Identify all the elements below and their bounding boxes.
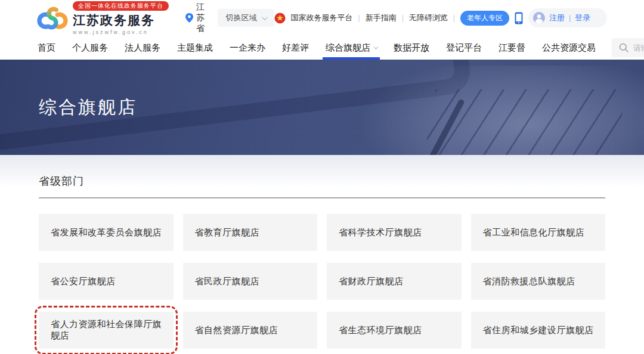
nav-item-label: 江要督 <box>499 42 525 54</box>
link-national-platform[interactable]: 国家政务服务平台 <box>291 13 353 23</box>
separator: | <box>358 14 360 22</box>
departments-section: 省级部门 省发展和改革委员会旗舰店 省教育厅旗舰店 省科学技术厅旗舰店 省工业和… <box>0 155 644 349</box>
section-divider <box>39 197 605 198</box>
department-card[interactable]: 省发展和改革委员会旗舰店 <box>39 214 174 251</box>
nav-item-personal-services[interactable]: 个人服务 <box>72 36 109 60</box>
site-url: www.jszwfw.gov.cn <box>73 29 148 35</box>
page-title: 综合旗舰店 <box>39 95 137 120</box>
header-links: 国家政务服务平台 | 新手指南 | 无障碍浏览 | 老年人专区 注册 | 登录 <box>274 8 608 27</box>
nav-item-flagship-stores[interactable]: 综合旗舰店 <box>325 36 377 60</box>
department-card[interactable]: 省教育厅旗舰店 <box>183 214 318 251</box>
nav-item-feedback[interactable]: 好差评 <box>281 36 309 60</box>
login-link[interactable]: 登录 <box>575 13 590 23</box>
user-avatar-icon <box>533 12 545 24</box>
nav-item-label: 好差评 <box>282 42 309 54</box>
department-card[interactable]: 省科学技术厅旗舰店 <box>327 214 462 251</box>
section-title: 省级部门 <box>39 174 605 188</box>
page: 全国一体化在线政务服务平台 江苏政务服务 www.jszwfw.gov.cn 江… <box>0 0 644 354</box>
elderly-zone-badge[interactable]: 老年人专区 <box>460 11 509 26</box>
platform-badge: 全国一体化在线政务服务平台 <box>73 1 169 11</box>
switch-region-button[interactable]: 切换区域 <box>218 9 274 27</box>
location-label: 江苏省 <box>196 2 207 34</box>
chevron-down-icon <box>261 14 267 20</box>
chevron-down-icon <box>373 44 378 49</box>
nav-item-label: 首页 <box>38 42 55 54</box>
nav-item-registration-platform[interactable]: 登记平台 <box>445 36 482 60</box>
nav-item-open-data[interactable]: 数据开放 <box>393 36 430 60</box>
nav-item-theme-integration[interactable]: 主题集成 <box>177 36 213 60</box>
nav-item-public-resources[interactable]: 公共资源交易 <box>541 36 596 60</box>
site-name: 江苏政务服务 <box>73 12 155 29</box>
site-header: 全国一体化在线政务服务平台 江苏政务服务 www.jszwfw.gov.cn 江… <box>0 0 644 36</box>
link-accessibility[interactable]: 无障碍浏览 <box>409 13 448 23</box>
search-box[interactable] <box>612 38 644 57</box>
main-nav: 首页 个人服务 法人服务 主题集成 一企来办 好差评 综合旗舰店 数据开放 登记… <box>0 36 644 60</box>
department-card[interactable]: 省公安厅旗舰店 <box>39 263 174 300</box>
nav-item-label: 主题集成 <box>177 42 213 54</box>
nav-item-label: 公共资源交易 <box>542 42 596 54</box>
link-beginner-guide[interactable]: 新手指南 <box>366 13 397 23</box>
department-card[interactable]: 省消防救援总队旗舰店 <box>471 263 606 300</box>
mobile-phone-icon[interactable] <box>515 12 523 24</box>
nav-item-label: 法人服务 <box>125 42 160 54</box>
nav-item-home[interactable]: 首页 <box>37 36 56 60</box>
department-card[interactable]: 省自然资源厅旗舰店 <box>183 312 318 349</box>
department-card[interactable]: 省工业和信息化厅旗舰店 <box>471 214 606 251</box>
department-card[interactable]: 省财政厅旗舰店 <box>327 263 462 300</box>
national-emblem-icon <box>274 13 286 24</box>
hero-banner: 综合旗舰店 <box>0 60 644 155</box>
department-card[interactable]: 省生态环境厅旗舰店 <box>327 312 462 349</box>
department-card[interactable]: 省住房和城乡建设厅旗舰店 <box>471 312 606 349</box>
separator: | <box>402 14 404 22</box>
nav-item-label: 综合旗舰店 <box>326 42 370 54</box>
department-card-highlighted[interactable]: 省人力资源和社会保障厅旗舰店 <box>39 312 174 349</box>
separator: | <box>569 14 571 22</box>
auth-area: 注册 | 登录 <box>528 8 607 27</box>
site-logo-icon <box>37 5 68 32</box>
department-card[interactable]: 省民政厅旗舰店 <box>183 263 318 300</box>
separator: | <box>453 14 455 22</box>
department-grid: 省发展和改革委员会旗舰店 省教育厅旗舰店 省科学技术厅旗舰店 省工业和信息化厅旗… <box>39 214 605 349</box>
nav-item-label: 一企来办 <box>230 42 265 54</box>
site-title-block: 全国一体化在线政务服务平台 江苏政务服务 www.jszwfw.gov.cn <box>73 1 169 35</box>
nav-item-legal-services[interactable]: 法人服务 <box>124 36 161 60</box>
nav-item-jiangyaodu[interactable]: 江要督 <box>498 36 526 60</box>
register-link[interactable]: 注册 <box>549 13 565 23</box>
nav-item-label: 登记平台 <box>446 42 482 54</box>
nav-item-enterprise[interactable]: 一企来办 <box>229 36 266 60</box>
switch-region-label: 切换区域 <box>226 13 257 23</box>
search-icon <box>619 43 628 52</box>
nav-item-label: 个人服务 <box>72 42 108 54</box>
search-input[interactable] <box>633 44 644 52</box>
location-indicator[interactable]: 江苏省 <box>185 2 207 34</box>
nav-item-label: 数据开放 <box>394 42 429 54</box>
location-pin-icon <box>185 13 193 23</box>
site-logo-group[interactable]: 全国一体化在线政务服务平台 江苏政务服务 www.jszwfw.gov.cn <box>37 1 169 35</box>
banner-decoration <box>423 89 626 155</box>
